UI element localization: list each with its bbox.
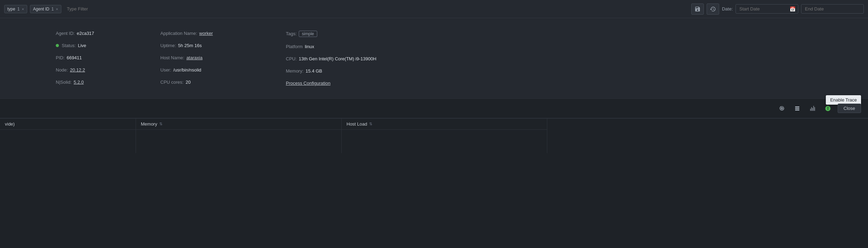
panel-1: vide) <box>0 119 136 153</box>
platform-label: Platform <box>286 44 303 49</box>
type-filter-tag-count: 1 <box>17 7 20 12</box>
end-date-wrap <box>801 4 864 14</box>
uptime-value: 5h 25m 16s <box>178 43 202 48</box>
top-filter-bar: type 1 × Agent ID 1 × Date: 📅 <box>0 0 868 18</box>
agentid-filter-tag[interactable]: Agent ID 1 × <box>30 5 61 13</box>
panel-4 <box>547 119 868 153</box>
agentid-filter-tag-label: Agent ID <box>33 7 50 12</box>
platform-row: Platform linux <box>286 44 847 49</box>
app-name-label: Application Name: <box>160 31 197 36</box>
node-label: Node: <box>56 67 68 73</box>
user-value: /usr/bin/nsolid <box>173 67 201 73</box>
agent-id-value: e2ca317 <box>77 31 94 36</box>
process-config-link[interactable]: Process Configuration <box>286 81 330 86</box>
status-label: Status: <box>62 43 76 48</box>
heap-icon-btn[interactable] <box>790 102 804 115</box>
cpu-row: CPU: 13th Gen Intel(R) Core(TM) i9-13900… <box>286 56 847 61</box>
memory-value: 15.4 GB <box>306 68 322 74</box>
tag-badge-simple: simple <box>299 31 317 37</box>
panel-3-title: Host Load <box>347 121 367 127</box>
process-config-row: Process Configuration <box>286 81 847 86</box>
pid-label: PID: <box>56 55 64 60</box>
agent-info-panel: Agent ID: e2ca317 Status: Live PID: 6694… <box>0 18 868 99</box>
cpu-icon-btn[interactable] <box>775 102 789 115</box>
panel-2-sort-icon[interactable]: ⇅ <box>159 122 162 126</box>
hostname-row: Host Name: ataraxia <box>160 55 286 60</box>
date-section: Date: 📅 <box>722 4 864 14</box>
save-icon-btn[interactable] <box>691 3 704 15</box>
user-label: User: <box>160 67 171 73</box>
node-value[interactable]: 20.12.2 <box>70 67 85 73</box>
agent-id-row: Agent ID: e2ca317 <box>56 31 160 36</box>
tags-label: Tags: <box>286 31 297 36</box>
panel-3: Host Load ⇅ <box>342 119 547 153</box>
agent-info-col-3: Tags: simple Platform linux CPU: 13th Ge… <box>286 31 847 86</box>
memory-row: Memory: 15.4 GB <box>286 68 847 74</box>
pid-row: PID: 669411 <box>56 55 160 60</box>
user-row: User: /usr/bin/nsolid <box>160 67 286 73</box>
type-filter-tag-label: type <box>7 7 15 12</box>
panels-row: vide) Memory ⇅ Host Load ⇅ <box>0 118 868 153</box>
type-filter-tag[interactable]: type 1 × <box>4 5 27 13</box>
agent-info-col-2: Application Name: worker Uptime: 5h 25m … <box>160 31 286 86</box>
app-name-row: Application Name: worker <box>160 31 286 36</box>
tags-row: Tags: simple <box>286 31 847 37</box>
start-date-wrap: 📅 <box>736 4 798 14</box>
date-label: Date: <box>722 6 733 12</box>
type-filter-input[interactable] <box>64 5 378 13</box>
node-row: Node: 20.12.2 <box>56 67 160 73</box>
platform-value: linux <box>305 44 314 49</box>
panel-1-title: vide) <box>5 121 15 127</box>
start-date-input[interactable] <box>736 4 798 14</box>
cpu-value: 13th Gen Intel(R) Core(TM) i9-13900H <box>299 56 376 61</box>
app-name-value[interactable]: worker <box>199 31 213 36</box>
cpu-label: CPU: <box>286 56 297 61</box>
metrics-icon-btn[interactable] <box>806 102 820 115</box>
end-date-input[interactable] <box>801 4 864 14</box>
uptime-label: Uptime: <box>160 43 176 48</box>
agentid-filter-tag-count: 1 <box>52 7 54 12</box>
nsolid-row: N|Solid: 5.2.0 <box>56 80 160 85</box>
agentid-filter-tag-close[interactable]: × <box>56 7 58 11</box>
panel-3-sort-icon[interactable]: ⇅ <box>369 122 372 126</box>
memory-label: Memory: <box>286 68 304 74</box>
top-bar-actions <box>691 3 719 15</box>
nsolid-label: N|Solid: <box>56 80 71 85</box>
panel-1-header: vide) <box>0 119 136 130</box>
pid-value: 669411 <box>67 55 82 60</box>
nsolid-value[interactable]: 5.2.0 <box>74 80 84 85</box>
panel-2: Memory ⇅ <box>136 119 342 153</box>
hostname-label: Host Name: <box>160 55 184 60</box>
agent-id-label: Agent ID: <box>56 31 75 36</box>
toolbar-row: Enable Trace Close <box>0 99 868 118</box>
status-dot <box>56 44 59 47</box>
enable-trace-tooltip: Enable Trace <box>826 95 861 105</box>
status-value: Live <box>78 43 86 48</box>
agent-info-col-1: Agent ID: e2ca317 Status: Live PID: 6694… <box>56 31 160 86</box>
history-icon-btn[interactable] <box>707 3 719 15</box>
type-filter-tag-close[interactable]: × <box>22 7 24 11</box>
status-row: Status: Live <box>56 43 160 48</box>
hostname-value[interactable]: ataraxia <box>186 55 203 60</box>
panel-2-header: Memory ⇅ <box>136 119 341 130</box>
close-button[interactable]: Close <box>838 104 861 113</box>
uptime-row: Uptime: 5h 25m 16s <box>160 43 286 48</box>
cpu-cores-label: CPU cores: <box>160 80 183 85</box>
panel-3-header: Host Load ⇅ <box>342 119 547 130</box>
cpu-cores-row: CPU cores: 20 <box>160 80 286 85</box>
panel-2-title: Memory <box>141 121 157 127</box>
cpu-cores-value: 20 <box>185 80 190 85</box>
